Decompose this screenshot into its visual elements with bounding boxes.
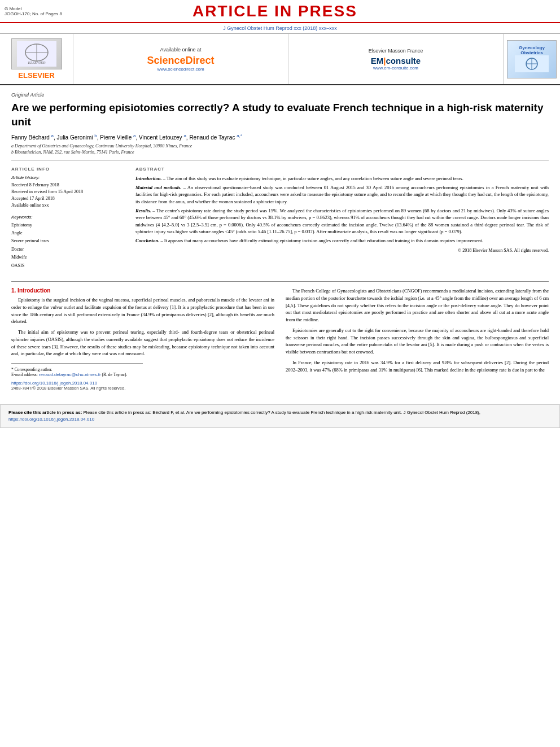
corresponding-author-note: * Corresponding author. E-mail address: …: [11, 367, 274, 377]
elsevier-image-icon: ELSEVIER: [11, 38, 62, 69]
sciencedirect-logo: ScienceDirect: [147, 55, 214, 67]
emconsulte-logo: EM|consulte: [371, 56, 421, 65]
article-history: Article history: Received 8 February 201…: [11, 175, 124, 209]
intro-body-left: Episiotomy is the surgical incision of t…: [11, 296, 274, 357]
abstract-text: Introduction. – The aim of this study wa…: [135, 175, 549, 244]
authors-line: Fanny Béchard a, Julia Geronimi b, Pierr…: [11, 133, 549, 141]
citation-box: Please cite this article in press as: Pl…: [0, 404, 560, 428]
affiliation-b: b Biostatistician, NAM, 292, rue Saint-M…: [11, 150, 549, 155]
copyright-footer: 2468-7847/© 2018 Elsevier Masson SAS. Al…: [11, 386, 274, 391]
abstract-label: ABSTRACT: [135, 167, 549, 172]
publisher-area: ELSEVIER ELSEVIER Available online at Sc…: [0, 34, 560, 85]
intro-body-right: The French College of Gynaecologists and…: [286, 287, 549, 373]
emconsulte-url[interactable]: www.em-consulte.com: [373, 65, 418, 71]
article-in-press-banner: ARTICLE IN PRESS: [62, 2, 488, 20]
elsevier-wordmark: ELSEVIER: [11, 71, 62, 80]
article-info-abstract-layout: ARTICLE INFO Article history: Received 8…: [11, 167, 549, 276]
body-columns: 1. Introduction Episiotomy is the surgic…: [11, 287, 549, 391]
g-model-info: G Model JOGOH-170; No. of Pages 8: [5, 6, 62, 16]
elsevier-logo-box: ELSEVIER ELSEVIER: [0, 34, 73, 84]
journal-cover-image: Gynecology Obstetrics: [507, 40, 557, 78]
footnote-divider: [11, 363, 143, 364]
journal-title-bar: J Gynecol Obstet Hum Reprod xxx (2018) x…: [0, 23, 560, 34]
elsevier-logo: ELSEVIER ELSEVIER: [11, 38, 62, 80]
keywords-list: Episiotomy Angle Severe perineal tears D…: [11, 221, 124, 270]
doi-link[interactable]: https://doi.org/10.1016/j.jogoh.2018.04.…: [11, 381, 274, 386]
journal-image-box: Gynecology Obstetrics: [504, 34, 560, 84]
intro-heading: 1. Introduction: [11, 287, 274, 294]
svg-text:ELSEVIER: ELSEVIER: [27, 60, 46, 65]
body-col-left: 1. Introduction Episiotomy is the surgic…: [11, 287, 274, 391]
article-info-label: ARTICLE INFO: [11, 167, 124, 172]
publisher-sciencedirect: Available online at ScienceDirect www.sc…: [73, 34, 288, 84]
publisher-emconsulte: Elsevier Masson France EM|consulte www.e…: [288, 34, 504, 84]
main-content: Original Article Are we performing episi…: [0, 85, 560, 397]
sciencedirect-url[interactable]: www.sciencedirect.com: [157, 67, 204, 72]
citation-doi-link[interactable]: https://doi.org/10.1016/j.jogoh.2018.04.…: [8, 417, 94, 422]
keywords-group: Keywords: Episiotomy Angle Severe perine…: [11, 215, 124, 270]
article-info-column: ARTICLE INFO Article history: Received 8…: [11, 167, 124, 276]
affiliation-a: a Department of Obstetrics and Gynaecolo…: [11, 143, 549, 148]
abstract-column: ABSTRACT Introduction. – The aim of this…: [135, 167, 549, 276]
article-type-label: Original Article: [11, 92, 549, 98]
body-col-right: The French College of Gynaecologists and…: [286, 287, 549, 391]
article-title: Are we performing episiotomies correctly…: [11, 101, 549, 129]
top-header: G Model JOGOH-170; No. of Pages 8 ARTICL…: [0, 0, 560, 23]
abstract-copyright: © 2018 Elsevier Masson SAS. All rights r…: [135, 248, 549, 253]
